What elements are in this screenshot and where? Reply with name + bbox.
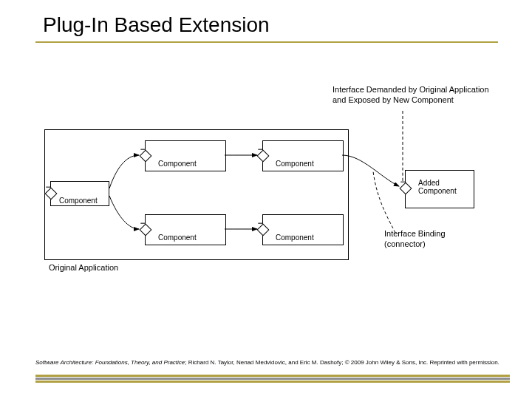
diagram: Interface Demanded by Original Applicati…: [44, 89, 488, 303]
annotation-line1: Interface Demanded by Original Applicati…: [332, 85, 489, 104]
component-5-label: Component: [276, 233, 314, 242]
slide: Plug-In Based Extension Interface Demand…: [0, 0, 532, 399]
component-3-label: Component: [158, 233, 197, 242]
annotation-interface-binding: Interface Binding (connector): [384, 229, 446, 250]
component-4-label: Component: [276, 160, 314, 168]
original-application-label: Original Application: [49, 263, 118, 272]
footer-bars: [35, 374, 510, 381]
annotation-interface-demanded: Interface Demanded by Original Applicati…: [332, 85, 489, 106]
attribution-rest: ; Richard N. Taylor, Nenad Medvidovic, a…: [185, 359, 499, 366]
title-underline: [35, 41, 498, 43]
component-1-label: Component: [59, 197, 98, 205]
footer-bar-gray: [35, 378, 510, 380]
footer-bar-olive: [35, 375, 510, 377]
component-2-label: Component: [158, 160, 197, 168]
added-component-label: Added Component: [418, 179, 457, 195]
attribution-title: Software Architecture: Foundations, Theo…: [35, 359, 185, 366]
lollipop-icon: [400, 183, 412, 195]
page-title: Plug-In Based Extension: [43, 13, 270, 37]
attribution: Software Architecture: Foundations, Theo…: [35, 359, 510, 366]
footer-bar-olive-2: [35, 381, 510, 383]
